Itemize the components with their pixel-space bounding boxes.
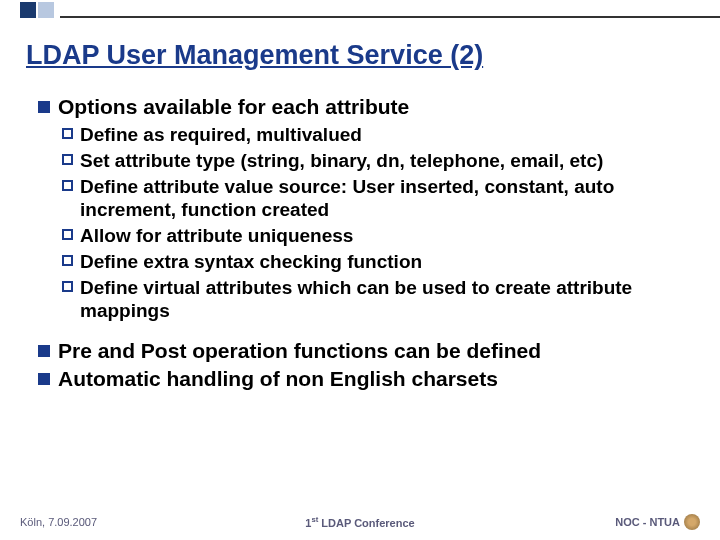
hollow-bullet-icon <box>62 128 73 139</box>
slide-footer: Köln, 7.09.2007 1st LDAP Conference NOC … <box>0 514 720 530</box>
deco-line <box>60 16 720 18</box>
hollow-bullet-icon <box>62 281 73 292</box>
sub-bullet-item: Define attribute value source: User inse… <box>62 175 700 223</box>
bullet-icon <box>38 373 50 385</box>
hollow-bullet-icon <box>62 229 73 240</box>
bullet-icon <box>38 101 50 113</box>
sub-bullet-text: Define virtual attributes which can be u… <box>80 276 700 324</box>
bullet-text: Automatic handling of non English charse… <box>58 367 498 391</box>
sub-bullet-text: Define attribute value source: User inse… <box>80 175 700 223</box>
sub-bullet-item: Define extra syntax checking function <box>62 250 700 274</box>
sub-bullet-text: Define as required, multivalued <box>80 123 362 147</box>
slide-content: Options available for each attribute Def… <box>38 95 700 391</box>
bullet-item: Options available for each attribute <box>38 95 700 119</box>
deco-square-dark <box>20 2 36 18</box>
sub-bullet-item: Allow for attribute uniqueness <box>62 224 700 248</box>
sub-bullet-item: Set attribute type (string, binary, dn, … <box>62 149 700 173</box>
bullet-icon <box>38 345 50 357</box>
hollow-bullet-icon <box>62 180 73 191</box>
footer-date: Köln, 7.09.2007 <box>20 516 97 528</box>
bullet-text: Options available for each attribute <box>58 95 409 119</box>
footer-conference: 1st LDAP Conference <box>305 515 414 529</box>
bullet-text: Pre and Post operation functions can be … <box>58 339 541 363</box>
slide-decoration <box>20 0 720 18</box>
sub-bullets: Define as required, multivalued Set attr… <box>62 123 700 323</box>
bullet-item: Pre and Post operation functions can be … <box>38 339 700 363</box>
sub-bullet-text: Set attribute type (string, binary, dn, … <box>80 149 603 173</box>
hollow-bullet-icon <box>62 154 73 165</box>
sub-bullet-item: Define as required, multivalued <box>62 123 700 147</box>
sub-bullet-text: Define extra syntax checking function <box>80 250 422 274</box>
hollow-bullet-icon <box>62 255 73 266</box>
footer-org: NOC - NTUA <box>615 514 700 530</box>
sub-bullet-text: Allow for attribute uniqueness <box>80 224 353 248</box>
bullet-item: Automatic handling of non English charse… <box>38 367 700 391</box>
deco-square-light <box>38 2 54 18</box>
sub-bullet-item: Define virtual attributes which can be u… <box>62 276 700 324</box>
owl-logo-icon <box>684 514 700 530</box>
slide-title: LDAP User Management Service (2) <box>26 40 720 71</box>
